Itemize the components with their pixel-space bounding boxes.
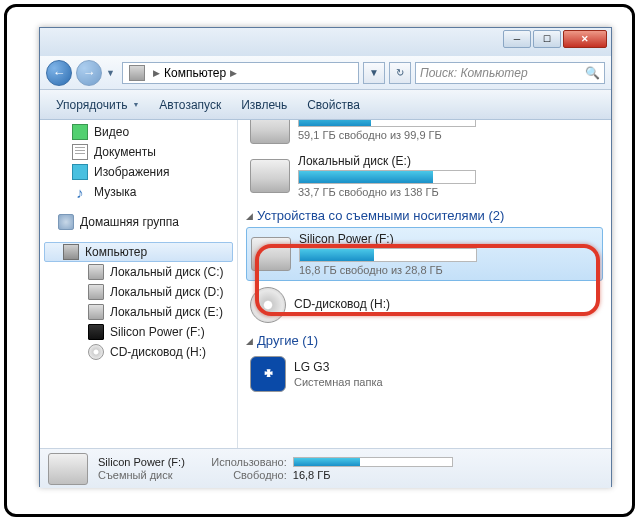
explorer-window: ─ ☐ ✕ ← → ▼ ▶ Компьютер ▶ ▼ ↻ Поиск: Ком…	[39, 27, 612, 487]
titlebar: ─ ☐ ✕	[40, 28, 611, 56]
body: Видео Документы Изображения ♪Музыка Дома…	[40, 120, 611, 448]
status-usage-bar	[293, 457, 453, 467]
sidebar-item-video[interactable]: Видео	[40, 122, 237, 142]
usb-drive-icon	[48, 453, 88, 485]
disk-icon	[88, 264, 104, 280]
status-name: Silicon Power (F:)	[98, 456, 185, 468]
status-type: Съемный диск	[98, 469, 185, 481]
device-lg-g3[interactable]: ᛭ LG G3 Системная папка	[246, 352, 603, 396]
drive-name: CD-дисковод (H:)	[294, 297, 599, 311]
sidebar: Видео Документы Изображения ♪Музыка Дома…	[40, 120, 238, 448]
drive-f-selected[interactable]: Silicon Power (F:) 16,8 ГБ свободно из 2…	[246, 227, 603, 281]
address-bar[interactable]: ▶ Компьютер ▶	[122, 62, 359, 84]
content-pane: 59,1 ГБ свободно из 99,9 ГБ Локальный ди…	[238, 120, 611, 448]
search-placeholder: Поиск: Компьютер	[420, 66, 528, 80]
disk-icon	[88, 284, 104, 300]
usage-bar	[298, 120, 476, 127]
homegroup-icon	[58, 214, 74, 230]
bluetooth-icon: ᛭	[250, 356, 286, 392]
address-dropdown[interactable]: ▼	[363, 62, 385, 84]
collapse-icon: ◢	[246, 211, 253, 221]
video-icon	[72, 124, 88, 140]
usage-bar	[298, 170, 476, 184]
hdd-icon	[250, 159, 290, 193]
usage-bar	[299, 248, 477, 262]
category-removable[interactable]: ◢Устройства со съемными носителями (2)	[246, 208, 603, 223]
computer-icon	[63, 244, 79, 260]
breadcrumb-sep-icon[interactable]: ▶	[230, 68, 237, 78]
cd-drive-icon	[250, 287, 286, 323]
status-used-label: Использовано:	[195, 456, 287, 468]
forward-button[interactable]: →	[76, 60, 102, 86]
device-name: LG G3	[294, 360, 599, 374]
sidebar-item-disk-e[interactable]: Локальный диск (E:)	[40, 302, 237, 322]
toolbar: Упорядочить▼ Автозапуск Извлечь Свойства	[40, 90, 611, 120]
cd-icon	[88, 344, 104, 360]
status-free-label: Свободно:	[195, 469, 287, 481]
autorun-button[interactable]: Автозапуск	[151, 95, 229, 115]
search-input[interactable]: Поиск: Компьютер 🔍	[415, 62, 605, 84]
sidebar-item-disk-c[interactable]: Локальный диск (C:)	[40, 262, 237, 282]
breadcrumb-sep-icon: ▶	[153, 68, 160, 78]
eject-button[interactable]: Извлечь	[233, 95, 295, 115]
image-icon	[72, 164, 88, 180]
disk-icon	[88, 304, 104, 320]
category-other[interactable]: ◢Другие (1)	[246, 333, 603, 348]
drive-name: Локальный диск (E:)	[298, 154, 599, 168]
drive-free-text: 16,8 ГБ свободно из 28,8 ГБ	[299, 264, 598, 276]
minimize-button[interactable]: ─	[503, 30, 531, 48]
sidebar-item-computer[interactable]: Компьютер	[44, 242, 233, 262]
sidebar-item-disk-d[interactable]: Локальный диск (D:)	[40, 282, 237, 302]
sidebar-item-images[interactable]: Изображения	[40, 162, 237, 182]
drive-d[interactable]: 59,1 ГБ свободно из 99,9 ГБ	[246, 120, 603, 148]
drive-name: Silicon Power (F:)	[299, 232, 598, 246]
history-dropdown[interactable]: ▼	[106, 68, 118, 78]
organize-button[interactable]: Упорядочить▼	[48, 95, 147, 115]
search-icon[interactable]: 🔍	[585, 66, 600, 80]
sidebar-item-music[interactable]: ♪Музыка	[40, 182, 237, 202]
computer-icon	[129, 65, 145, 81]
properties-button[interactable]: Свойства	[299, 95, 368, 115]
device-sub: Системная папка	[294, 376, 599, 388]
sidebar-item-documents[interactable]: Документы	[40, 142, 237, 162]
drive-e[interactable]: Локальный диск (E:) 33,7 ГБ свободно из …	[246, 150, 603, 202]
sidebar-item-disk-h[interactable]: CD-дисковод (H:)	[40, 342, 237, 362]
status-bar: Silicon Power (F:) Съемный диск Использо…	[40, 448, 611, 488]
document-icon	[72, 144, 88, 160]
music-icon: ♪	[72, 184, 88, 200]
sidebar-item-disk-f[interactable]: Silicon Power (F:)	[40, 322, 237, 342]
usb-icon	[88, 324, 104, 340]
status-free-value: 16,8 ГБ	[293, 469, 331, 481]
drive-free-text: 59,1 ГБ свободно из 99,9 ГБ	[298, 129, 599, 141]
collapse-icon: ◢	[246, 336, 253, 346]
refresh-button[interactable]: ↻	[389, 62, 411, 84]
nav-bar: ← → ▼ ▶ Компьютер ▶ ▼ ↻ Поиск: Компьютер…	[40, 56, 611, 90]
back-button[interactable]: ←	[46, 60, 72, 86]
breadcrumb-location[interactable]: Компьютер	[164, 66, 226, 80]
maximize-button[interactable]: ☐	[533, 30, 561, 48]
close-button[interactable]: ✕	[563, 30, 607, 48]
sidebar-item-homegroup[interactable]: Домашняя группа	[40, 212, 237, 232]
drive-free-text: 33,7 ГБ свободно из 138 ГБ	[298, 186, 599, 198]
usb-drive-icon	[251, 237, 291, 271]
hdd-icon	[250, 120, 290, 144]
drive-h[interactable]: CD-дисковод (H:)	[246, 283, 603, 327]
